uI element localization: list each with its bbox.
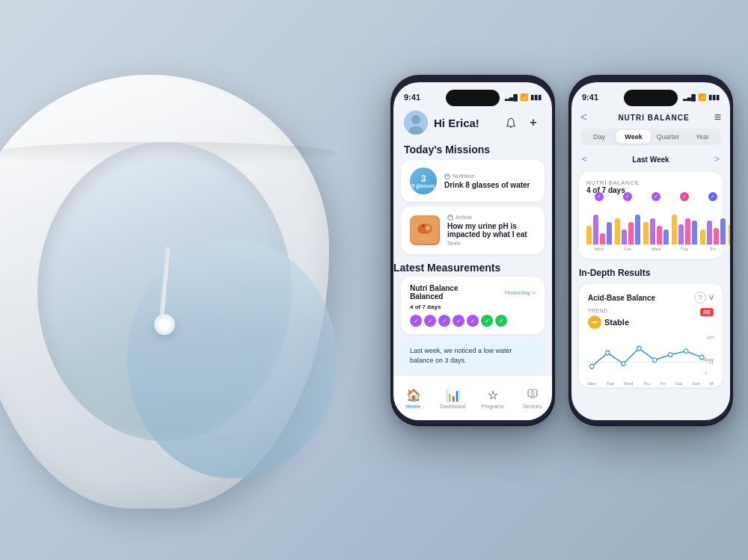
svg-rect-13 bbox=[528, 390, 537, 396]
bar-chart-section: NUTRI BALANCE 4 of 7 days ✓Mon✓Tue✓Wed✓T… bbox=[579, 172, 723, 259]
phone2-header: < NUTRI BALANCE ≡ bbox=[571, 109, 730, 129]
check-mark-0: ✓ bbox=[595, 192, 604, 201]
check-mark-4: ✓ bbox=[708, 192, 717, 201]
mission-type-2: Article bbox=[447, 214, 536, 221]
nav-home-label: Home bbox=[406, 404, 420, 409]
week-label: Last Week bbox=[632, 156, 669, 164]
chart-day-labels: Mon Tue Wed Thu Fri Sat Sun M bbox=[588, 380, 714, 387]
notification-bell-icon[interactable] bbox=[503, 114, 519, 131]
mission-desc-2: How my urine pH is impacted by what I ea… bbox=[447, 222, 536, 239]
bar-Wed-3 bbox=[663, 230, 669, 244]
phone-1: 9:41 ▂▄█ 📶 ▮▮▮ Hi Erica! bbox=[390, 75, 555, 426]
chart-row: ✓Mon✓Tue✓Wed✓Thu✓FriSatSun Vitamin C Aci… bbox=[586, 199, 715, 251]
nav-dashboard[interactable]: 📊 Dashboard bbox=[433, 376, 473, 420]
stable-badge: Stable bbox=[588, 316, 714, 329]
bar-label-Fri: Fri bbox=[711, 247, 716, 251]
bar-group-Thu: ✓Thu bbox=[672, 192, 697, 251]
dynamic-island-1 bbox=[446, 90, 500, 106]
bar-Fri-1 bbox=[707, 221, 712, 245]
indepth-title: In-Depth Results bbox=[579, 268, 723, 278]
svg-point-25 bbox=[684, 349, 688, 354]
header-icons: + bbox=[503, 114, 542, 131]
svg-point-1 bbox=[411, 115, 420, 124]
greeting-text: Hi Erica! bbox=[434, 117, 503, 129]
bar-Tue-1 bbox=[622, 230, 627, 244]
bar-Fri-2 bbox=[714, 228, 719, 245]
tab-quarter[interactable]: Quarter bbox=[651, 130, 685, 144]
mission-text-1: Nutrition Drink 8 glasses of water bbox=[444, 173, 536, 189]
plus1-label: +1 bbox=[708, 360, 714, 365]
meas-date[interactable]: Yesterday > bbox=[504, 289, 536, 296]
status-time-2: 9:41 bbox=[582, 93, 598, 102]
back-button[interactable]: < bbox=[580, 111, 587, 124]
stable-icon bbox=[588, 316, 601, 329]
bar-Tue-2 bbox=[628, 222, 634, 244]
battery-icon-1: ▮▮▮ bbox=[530, 93, 542, 101]
phone1-header: Hi Erica! + bbox=[393, 109, 552, 141]
prev-week-button[interactable]: < bbox=[582, 154, 587, 164]
dot-4: ✓ bbox=[453, 315, 465, 327]
tab-week[interactable]: Week bbox=[616, 130, 651, 144]
chart-title: NUTRI BALANCE bbox=[586, 179, 715, 186]
indepth-card: Acid-Base Balance ? V RE TREND bbox=[579, 284, 723, 387]
bar-Sat-0 bbox=[729, 224, 730, 245]
svg-point-19 bbox=[590, 364, 594, 369]
mission-card-1[interactable]: 3 6 glasses Nutrition Drink 8 glasses of… bbox=[401, 160, 545, 202]
bar-Wed-2 bbox=[657, 226, 662, 244]
menu-button[interactable]: ≡ bbox=[714, 111, 721, 124]
nav-home[interactable]: 🏠 Home bbox=[393, 376, 433, 420]
mission-number: 3 bbox=[421, 174, 426, 183]
stable-text: Stable bbox=[604, 318, 629, 327]
measurement-card[interactable]: Nutri BalanceBalanced Yesterday > 4 of 7… bbox=[401, 277, 545, 334]
bar-group-Wed: ✓Wed bbox=[643, 192, 669, 251]
bar-Mon-2 bbox=[600, 233, 605, 244]
status-icons-2: ▂▄█ 📶 ▮▮▮ bbox=[683, 93, 720, 101]
bar-Wed-1 bbox=[650, 218, 655, 244]
programs-icon: ☆ bbox=[488, 388, 498, 402]
svg-rect-4 bbox=[445, 174, 450, 179]
bar-group-Tue: ✓Tue bbox=[615, 192, 640, 251]
week-nav: < Last Week > bbox=[571, 151, 730, 167]
trend-label: TREND bbox=[588, 308, 714, 313]
toilet-bowl-image bbox=[0, 60, 359, 523]
nav-devices[interactable]: Devices bbox=[512, 376, 552, 420]
nav-devices-label: Devices bbox=[523, 404, 542, 409]
svg-point-22 bbox=[637, 346, 641, 351]
ph-label: pH bbox=[708, 335, 714, 339]
line-chart-wrap: pH +1 bbox=[588, 335, 714, 380]
dot-7: ✓ bbox=[495, 315, 507, 327]
next-week-button[interactable]: > bbox=[714, 154, 720, 164]
mission-card-2[interactable]: Article How my urine pH is impacted by w… bbox=[401, 206, 545, 254]
status-icons-1: ▂▄█ 📶 ▮▮▮ bbox=[505, 93, 542, 101]
mission-text-2: Article How my urine pH is impacted by w… bbox=[447, 214, 536, 247]
notice-text: Last week, we noticed a low water balanc… bbox=[410, 346, 536, 365]
bar-Thu-0 bbox=[672, 215, 677, 244]
measurements-title: Latest Measurements bbox=[393, 259, 552, 277]
tab-year[interactable]: Year bbox=[685, 130, 720, 144]
info-button[interactable]: ? bbox=[694, 292, 706, 304]
mission-sub: 6 glasses bbox=[411, 183, 435, 188]
svg-rect-11 bbox=[448, 215, 453, 220]
tab-day[interactable]: Day bbox=[582, 130, 616, 144]
bars-area: ✓Mon✓Tue✓Wed✓Thu✓FriSatSun bbox=[586, 199, 730, 251]
bar-label-Wed: Wed bbox=[652, 247, 660, 251]
mission-time: 5min bbox=[447, 240, 536, 247]
bar-label-Tue: Tue bbox=[624, 247, 631, 251]
bar-Thu-3 bbox=[692, 221, 697, 245]
mission-circle-1: 3 6 glasses bbox=[410, 167, 437, 194]
add-button[interactable]: + bbox=[525, 114, 542, 131]
dot-2: ✓ bbox=[424, 315, 436, 327]
dot-5: ✓ bbox=[467, 315, 479, 327]
bar-Tue-0 bbox=[615, 218, 620, 244]
bar-Thu-2 bbox=[685, 218, 690, 244]
line-chart-svg: Baseline -1 bbox=[588, 335, 714, 380]
phone-2: 9:41 ▂▄█ 📶 ▮▮▮ < NUTRI BALANCE ≡ Day Wee… bbox=[568, 75, 733, 426]
nav-programs[interactable]: ☆ Programs bbox=[473, 376, 512, 420]
svg-point-20 bbox=[606, 351, 610, 355]
screen-title: NUTRI BALANCE bbox=[593, 114, 714, 122]
bar-group-Mon: ✓Mon bbox=[586, 192, 612, 251]
svg-point-21 bbox=[622, 361, 625, 366]
bar-Fri-0 bbox=[700, 230, 705, 244]
user-avatar[interactable] bbox=[404, 111, 428, 135]
svg-point-8 bbox=[418, 227, 426, 233]
